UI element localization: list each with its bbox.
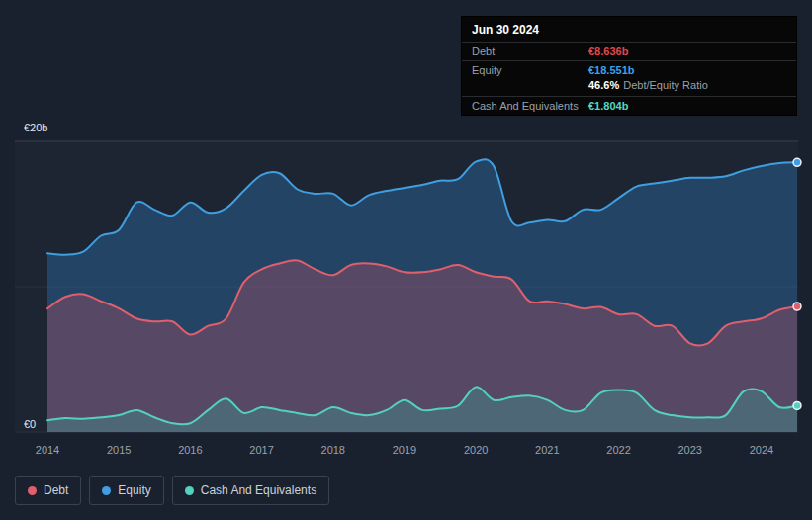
tooltip-cash-value: €1.804b bbox=[588, 100, 786, 112]
tooltip-equity-row: Equity €18.551b bbox=[462, 61, 796, 79]
tooltip-ratio-label: Debt/Equity Ratio bbox=[623, 79, 708, 91]
tooltip-equity-label: Equity bbox=[472, 64, 588, 76]
tooltip-ratio-row: 46.6%Debt/Equity Ratio bbox=[462, 79, 796, 97]
tooltip-debt-value: €8.636b bbox=[588, 45, 786, 57]
tooltip-ratio-value: 46.6% bbox=[588, 79, 619, 91]
debt-endpoint-marker bbox=[793, 303, 801, 310]
y-axis-label-0: €0 bbox=[24, 418, 36, 430]
x-tick-label-2017: 2017 bbox=[249, 444, 273, 456]
tooltip-cash-label: Cash And Equivalents bbox=[472, 100, 588, 112]
cash-and-equivalents-legend-dot-icon bbox=[185, 486, 194, 495]
x-tick-label-2019: 2019 bbox=[393, 444, 416, 456]
cash-and-equivalents-endpoint-marker bbox=[793, 401, 801, 409]
x-axis: 2014201520162017201820192020202120222023… bbox=[0, 444, 812, 458]
tooltip-debt-label: Debt bbox=[472, 45, 588, 57]
legend-item-cash-and-equivalents[interactable]: Cash And Equivalents bbox=[172, 476, 329, 505]
chart-legend: DebtEquityCash And Equivalents bbox=[15, 476, 329, 505]
x-tick-label-2024: 2024 bbox=[750, 444, 773, 456]
legend-item-equity[interactable]: Equity bbox=[89, 476, 163, 505]
x-tick-label-2023: 2023 bbox=[677, 444, 701, 456]
x-tick-label-2018: 2018 bbox=[321, 444, 345, 456]
legend-item-label: Debt bbox=[44, 483, 68, 497]
legend-item-debt[interactable]: Debt bbox=[15, 476, 81, 505]
legend-item-label: Equity bbox=[118, 483, 150, 497]
y-axis-label-20b: €20b bbox=[24, 122, 47, 133]
tooltip-equity-value: €18.551b bbox=[588, 64, 786, 76]
x-tick-label-2020: 2020 bbox=[464, 444, 488, 456]
equity-endpoint-marker bbox=[793, 158, 801, 166]
debt-legend-dot-icon bbox=[28, 486, 37, 495]
tooltip-ratio: 46.6%Debt/Equity Ratio bbox=[588, 79, 786, 91]
tooltip-date: Jun 30 2024 bbox=[462, 17, 796, 43]
equity-legend-dot-icon bbox=[102, 486, 111, 495]
x-tick-label-2015: 2015 bbox=[107, 444, 131, 456]
x-tick-label-2014: 2014 bbox=[36, 444, 59, 456]
tooltip-cash-row: Cash And Equivalents €1.804b bbox=[462, 97, 796, 115]
x-tick-label-2016: 2016 bbox=[178, 444, 202, 456]
x-tick-label-2022: 2022 bbox=[606, 444, 630, 456]
debt-equity-history-chart: €20b €0 20142015201620172018201920202021… bbox=[0, 0, 812, 520]
tooltip-debt-row: Debt €8.636b bbox=[462, 43, 796, 61]
chart-tooltip: Jun 30 2024 Debt €8.636b Equity €18.551b… bbox=[461, 16, 797, 116]
x-tick-label-2021: 2021 bbox=[535, 444, 559, 456]
legend-item-label: Cash And Equivalents bbox=[201, 483, 316, 497]
